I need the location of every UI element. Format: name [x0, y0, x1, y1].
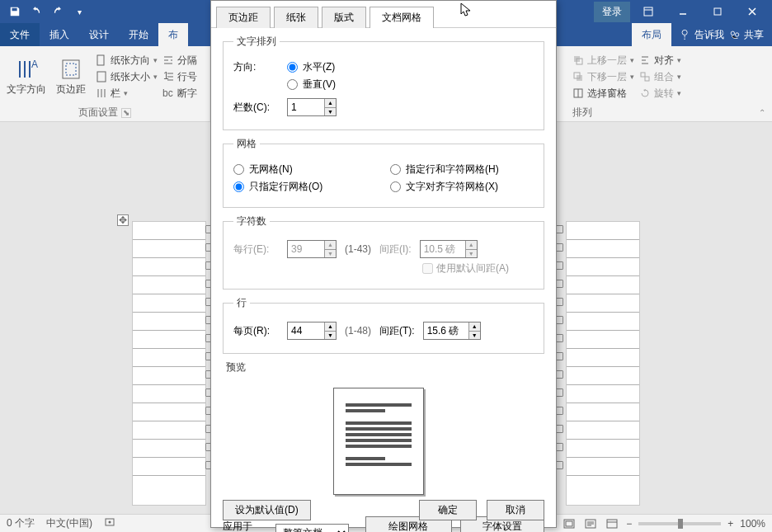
chars-per-line-label: 每行(E):: [233, 242, 279, 257]
svg-rect-6: [63, 60, 79, 78]
direction-vertical-radio[interactable]: [287, 79, 298, 90]
cancel-button[interactable]: 取消: [487, 500, 544, 520]
direction-horizontal-radio[interactable]: [287, 62, 298, 73]
print-layout-view-button[interactable]: [562, 517, 577, 530]
svg-text:A: A: [31, 59, 38, 70]
lines-legend: 行: [233, 296, 250, 310]
preview-group: 预览: [223, 360, 544, 510]
web-layout-view-button[interactable]: [605, 517, 619, 530]
lines-pitch-spin-up[interactable]: ▲: [468, 322, 480, 332]
svg-point-3: [731, 31, 734, 35]
svg-rect-22: [566, 521, 572, 526]
dialog-tab-paper[interactable]: 纸张: [274, 7, 318, 28]
chars-spin-up: ▲: [324, 241, 336, 250]
text-direction-button[interactable]: A 文字方向: [7, 49, 46, 104]
grid-snap-chars-label: 文字对齐字符网格(X): [406, 180, 498, 194]
ribbon-display-options-button[interactable]: [632, 0, 665, 23]
svg-rect-0: [644, 7, 652, 16]
lines-spin-down[interactable]: ▼: [324, 332, 336, 340]
chars-pitch-spin-down: ▼: [465, 250, 477, 258]
margins-button[interactable]: 页边距: [51, 49, 91, 104]
zoom-slider[interactable]: [638, 522, 721, 525]
svg-rect-7: [66, 64, 76, 75]
tab-file[interactable]: 文件: [0, 23, 40, 46]
grid-lines-chars-radio[interactable]: [390, 164, 401, 175]
close-button[interactable]: [736, 0, 769, 23]
dialog-tab-margins[interactable]: 页边距: [216, 7, 271, 28]
macro-record-icon[interactable]: [104, 516, 115, 530]
tell-me-button[interactable]: 告诉我: [680, 28, 724, 42]
preview-legend: 预览: [223, 360, 249, 374]
orientation-label: 纸张方向: [111, 54, 150, 68]
rotate-button: 旋转▾: [639, 87, 681, 101]
margins-label: 页边距: [56, 82, 86, 97]
svg-rect-17: [641, 73, 645, 77]
lines-pitch-label: 间距(T):: [379, 324, 415, 338]
maximize-button[interactable]: [701, 0, 734, 23]
chars-spin-down: ▼: [324, 250, 336, 258]
tab-insert[interactable]: 插入: [40, 23, 79, 46]
share-button[interactable]: 共享: [729, 28, 764, 42]
save-button[interactable]: [5, 2, 25, 21]
zoom-level[interactable]: 100%: [740, 518, 765, 530]
chars-pitch-spin-up: ▲: [465, 241, 477, 250]
chars-per-line-range: (1-43): [345, 243, 371, 255]
lines-spin-up[interactable]: ▲: [324, 322, 336, 332]
align-button[interactable]: 对齐▾: [639, 54, 681, 68]
preview-page: [333, 388, 424, 495]
lines-pitch-spin-down[interactable]: ▼: [468, 332, 480, 340]
breaks-button[interactable]: 分隔: [162, 54, 197, 68]
svg-rect-9: [97, 72, 106, 82]
minimize-button[interactable]: [666, 0, 699, 23]
grid-snap-chars-radio[interactable]: [390, 181, 401, 192]
size-button[interactable]: 纸张大小▾: [96, 70, 158, 84]
text-arrange-group: 文字排列 方向: 水平(Z) 垂直(V) 栏数(C): ▲▼: [223, 35, 544, 130]
rotate-label: 旋转: [654, 87, 674, 101]
columns-count-label: 栏数(C):: [233, 101, 279, 115]
bring-forward-button: 上移一层▾: [572, 54, 634, 68]
ok-button[interactable]: 确定: [419, 500, 477, 520]
grid-lines-only-radio[interactable]: [233, 181, 244, 192]
tab-layout-left[interactable]: 布: [158, 23, 188, 46]
size-label: 纸张大小: [111, 70, 150, 84]
tab-start[interactable]: 开始: [119, 23, 158, 46]
line-numbers-button[interactable]: 1行号: [162, 70, 197, 84]
zoom-in-button[interactable]: +: [727, 518, 733, 530]
apply-to-label: 应用于(Y):: [223, 520, 267, 532]
login-button[interactable]: 登录: [594, 2, 630, 22]
selection-pane-button[interactable]: 选择窗格: [572, 87, 634, 101]
grid-none-label: 无网格(N): [249, 162, 293, 177]
word-count[interactable]: 0 个字: [7, 516, 35, 530]
page-setup-group-label: 页面设置: [78, 106, 118, 120]
read-mode-view-button[interactable]: [583, 517, 598, 530]
redo-button[interactable]: [48, 2, 68, 21]
language-status[interactable]: 中文(中国): [46, 516, 92, 530]
send-backward-label: 下移一层: [587, 70, 627, 84]
direction-label: 方向:: [233, 60, 279, 74]
line-numbers-label: 行号: [177, 70, 197, 84]
columns-spin-down[interactable]: ▼: [324, 108, 336, 116]
apply-to-select[interactable]: 整篇文档: [275, 524, 348, 533]
tab-design[interactable]: 设计: [79, 23, 119, 46]
page-setup-dialog-launcher[interactable]: ⬊: [121, 108, 131, 118]
columns-button[interactable]: 栏▾: [96, 87, 158, 101]
zoom-out-button[interactable]: −: [626, 518, 632, 530]
text-direction-label: 文字方向: [7, 82, 46, 97]
qat-customize-button[interactable]: ▾: [69, 2, 89, 21]
page-right-gutter: [566, 221, 640, 506]
tab-layout-right[interactable]: 布局: [632, 23, 671, 46]
grid-none-radio[interactable]: [233, 164, 244, 175]
grid-lines-chars-label: 指定行和字符网格(H): [406, 162, 499, 177]
dialog-tab-document-grid[interactable]: 文档网格: [370, 7, 434, 28]
hyphenation-button[interactable]: bc断字: [162, 87, 197, 101]
set-default-button[interactable]: 设为默认值(D): [223, 500, 311, 520]
collapse-ribbon-button[interactable]: ⌃: [759, 108, 765, 117]
arrange-group-label: 排列: [572, 106, 592, 120]
undo-button[interactable]: [26, 2, 46, 21]
use-default-pitch-label: 使用默认间距(A): [436, 261, 509, 275]
ruler-crosshair[interactable]: ✥: [117, 214, 129, 226]
columns-spin-up[interactable]: ▲: [324, 99, 336, 108]
orientation-button[interactable]: 纸张方向▾: [96, 54, 158, 68]
dialog-tab-layout[interactable]: 版式: [322, 7, 366, 28]
align-label: 对齐: [654, 54, 674, 68]
